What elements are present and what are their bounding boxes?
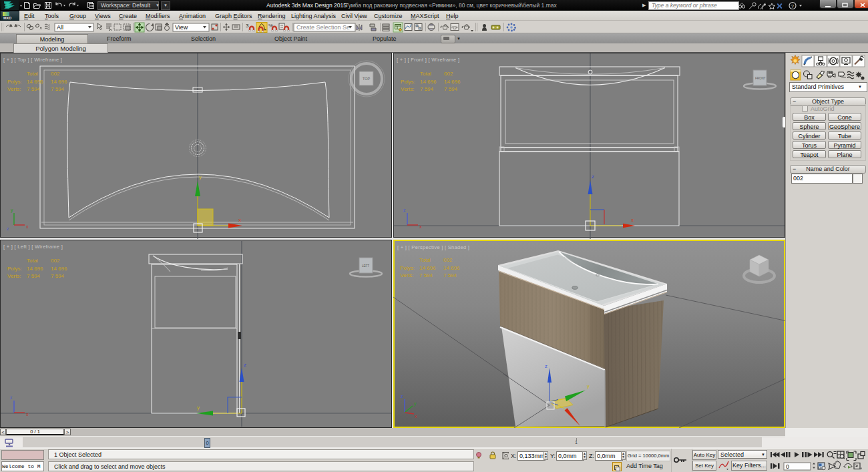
svg-text:z: z <box>7 226 9 231</box>
svg-text:3: 3 <box>246 23 249 29</box>
svg-text:y: y <box>197 405 200 411</box>
svg-text:x: x <box>238 217 241 223</box>
svg-text:y: y <box>414 401 417 407</box>
svg-text:x: x <box>26 412 29 417</box>
svg-text:x: x <box>26 224 29 229</box>
svg-text:y: y <box>199 174 202 180</box>
svg-text:z: z <box>403 208 406 212</box>
svg-text:All: All <box>57 24 63 31</box>
svg-text:y: y <box>587 383 590 389</box>
svg-text:LEFT: LEFT <box>362 264 369 268</box>
svg-text:FRONT: FRONT <box>755 77 766 80</box>
svg-text:z: z <box>10 395 13 400</box>
svg-text:z: z <box>545 363 548 369</box>
svg-text:View: View <box>175 24 188 31</box>
svg-text:TOP: TOP <box>363 77 371 81</box>
svg-text:0: 0 <box>786 463 789 470</box>
svg-text:z: z <box>244 362 246 368</box>
svg-text:z: z <box>401 394 403 399</box>
svg-text:?: ? <box>791 3 795 9</box>
svg-text:y: y <box>11 208 13 213</box>
svg-text:x: x <box>631 217 634 223</box>
svg-text:z: z <box>592 174 594 180</box>
svg-text:x: x <box>415 414 417 419</box>
svg-text:Create Selection Se: Create Selection Se <box>296 24 350 31</box>
svg-text:x: x <box>419 224 422 229</box>
